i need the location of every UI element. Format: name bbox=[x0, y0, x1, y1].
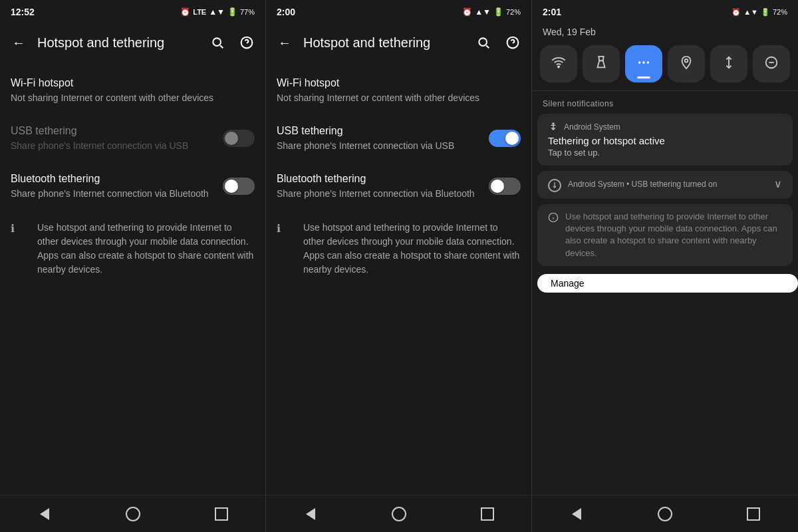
usb-tethering-title-2: USB tethering bbox=[277, 124, 483, 138]
back-button-2[interactable]: ← bbox=[271, 29, 298, 56]
status-time-2: 2:00 bbox=[277, 7, 295, 17]
notif-usb-symbol-icon bbox=[548, 122, 559, 132]
help-icon-2[interactable] bbox=[499, 29, 526, 56]
usb-notif-content: Android System • USB tethering turned on… bbox=[568, 178, 782, 192]
battery-icon-2: 🔋 bbox=[493, 7, 503, 17]
qs-data-tile[interactable] bbox=[710, 45, 747, 82]
notif-divider-1 bbox=[532, 90, 798, 91]
status-bar-1: 12:52 ⏰ LTE ▲▼ 🔋 77% bbox=[0, 0, 265, 24]
panel-2: 2:00 ⏰ ▲▼ 🔋 72% ← Hotspot and tethering bbox=[266, 0, 532, 532]
notif-status-bar: 2:01 ⏰ ▲▼ 🔋 72% bbox=[532, 0, 798, 24]
nav-home-notif[interactable] bbox=[652, 501, 678, 527]
notif-info-section: Use hotspot and tethering to provide Int… bbox=[537, 204, 793, 266]
usb-tethering-notif-card[interactable]: Android System • USB tethering turned on… bbox=[537, 171, 793, 199]
wifi-hotspot-item-1[interactable]: Wi-Fi hotspot Not sharing Internet or co… bbox=[0, 66, 265, 114]
bluetooth-toggle-wrap-2 bbox=[489, 178, 521, 195]
usb-tethering-item-2[interactable]: USB tethering Share phone's Internet con… bbox=[266, 114, 531, 162]
notif-body-1: Tap to set up. bbox=[548, 148, 782, 158]
nav-home-1[interactable] bbox=[120, 501, 146, 527]
wifi-hotspot-title-2: Wi-Fi hotspot bbox=[277, 76, 483, 90]
usb-toggle-wrap-1 bbox=[223, 130, 255, 147]
bluetooth-tethering-subtitle-1: Share phone's Internet connection via Bl… bbox=[11, 188, 217, 201]
bluetooth-toggle-thumb-2 bbox=[491, 180, 504, 193]
wifi-hotspot-subtitle-1: Not sharing Internet or content with oth… bbox=[11, 92, 217, 105]
notif-date: Wed, 19 Feb bbox=[532, 24, 798, 43]
app-bar-title-2: Hotspot and tethering bbox=[303, 35, 465, 51]
status-time-1: 12:52 bbox=[11, 7, 35, 17]
notif-info-circle-icon bbox=[548, 212, 559, 259]
back-button-1[interactable]: ← bbox=[5, 29, 32, 56]
nav-recents-1[interactable] bbox=[208, 501, 235, 527]
silent-notif-label: Silent notifications bbox=[532, 96, 798, 114]
wifi-qs-icon bbox=[551, 55, 566, 73]
qs-location-tile[interactable] bbox=[668, 45, 705, 82]
usb-toggle-thumb-2 bbox=[505, 132, 519, 145]
notif-signal-icon: ▲▼ bbox=[743, 8, 758, 16]
bluetooth-tethering-item-1[interactable]: Bluetooth tethering Share phone's Intern… bbox=[0, 162, 265, 210]
manage-button[interactable]: Manage bbox=[537, 274, 798, 293]
svg-point-4 bbox=[479, 38, 487, 46]
usb-notif-expand-icon[interactable]: ∨ bbox=[774, 178, 782, 190]
settings-list-2: Wi-Fi hotspot Not sharing Internet or co… bbox=[266, 61, 531, 495]
flashlight-qs-icon bbox=[594, 55, 608, 73]
svg-point-8 bbox=[558, 66, 559, 67]
nav-recents-notif[interactable] bbox=[740, 501, 767, 527]
usb-tethering-subtitle-1: Share phone's Internet connection via US… bbox=[11, 140, 217, 153]
nav-back-2[interactable] bbox=[297, 501, 324, 527]
search-icon-2[interactable] bbox=[470, 29, 497, 56]
app-bar-1: ← Hotspot and tethering bbox=[0, 24, 265, 61]
notif-card-header: Android System bbox=[548, 122, 782, 132]
bluetooth-toggle-2[interactable] bbox=[489, 178, 521, 195]
qs-wifi-tile[interactable] bbox=[540, 45, 577, 82]
svg-point-9 bbox=[638, 61, 641, 64]
data-qs-icon bbox=[722, 55, 736, 73]
panel-1: 12:52 ⏰ LTE ▲▼ 🔋 77% ← Hotspot and tethe… bbox=[0, 0, 266, 532]
nav-home-2[interactable] bbox=[386, 501, 412, 527]
battery-pct-2: 72% bbox=[506, 8, 521, 16]
bluetooth-toggle-thumb-1 bbox=[225, 180, 238, 193]
usb-tethering-item-1: USB tethering Share phone's Internet con… bbox=[0, 114, 265, 162]
notif-alarm-icon: ⏰ bbox=[732, 8, 741, 17]
nav-bar-2 bbox=[266, 495, 531, 532]
settings-list-1: Wi-Fi hotspot Not sharing Internet or co… bbox=[0, 61, 265, 495]
bluetooth-toggle-wrap-1 bbox=[223, 178, 255, 195]
app-bar-title-1: Hotspot and tethering bbox=[37, 35, 199, 51]
nav-recents-2[interactable] bbox=[474, 501, 501, 527]
wifi-hotspot-item-2[interactable]: Wi-Fi hotspot Not sharing Internet or co… bbox=[266, 66, 531, 114]
help-icon-1[interactable] bbox=[233, 29, 260, 56]
wifi-hotspot-title-1: Wi-Fi hotspot bbox=[11, 76, 217, 90]
usb-notif-header: Android System • USB tethering turned on… bbox=[568, 178, 782, 190]
notif-app-name-1: Android System bbox=[564, 122, 782, 132]
wifi-hotspot-subtitle-2: Not sharing Internet or content with oth… bbox=[277, 92, 483, 105]
bluetooth-toggle-1[interactable] bbox=[223, 178, 255, 195]
signal-icon-2: ▲▼ bbox=[475, 7, 491, 17]
usb-toggle-wrap-2 bbox=[489, 130, 521, 147]
nav-bar-1 bbox=[0, 495, 265, 532]
notif-icons: ⏰ ▲▼ 🔋 72% bbox=[732, 8, 787, 17]
more-qs-icon bbox=[636, 55, 651, 73]
notification-panel: 2:01 ⏰ ▲▼ 🔋 72% Wed, 19 Feb bbox=[532, 0, 798, 532]
battery-icon-1: 🔋 bbox=[227, 7, 237, 17]
qs-flashlight-tile[interactable] bbox=[583, 45, 620, 82]
nav-back-notif[interactable] bbox=[563, 501, 590, 527]
svg-line-1 bbox=[220, 45, 223, 48]
qs-more-tile[interactable] bbox=[625, 45, 662, 82]
usb-toggle-2[interactable] bbox=[489, 130, 521, 147]
bluetooth-tethering-item-2[interactable]: Bluetooth tethering Share phone's Intern… bbox=[266, 162, 531, 210]
svg-point-0 bbox=[213, 38, 221, 46]
info-section-2: ℹ Use hotspot and tethering to provide I… bbox=[266, 210, 531, 287]
app-bar-2: ← Hotspot and tethering bbox=[266, 24, 531, 61]
search-icon-1[interactable] bbox=[204, 29, 231, 56]
qs-dnd-tile[interactable] bbox=[753, 45, 790, 82]
info-text-1: Use hotspot and tethering to provide Int… bbox=[37, 222, 253, 275]
usb-toggle-1 bbox=[223, 130, 255, 147]
tethering-notif-card[interactable]: Android System Tethering or hotspot acti… bbox=[537, 114, 793, 166]
status-icons-2: ⏰ ▲▼ 🔋 72% bbox=[462, 7, 521, 17]
lte-icon-1: LTE bbox=[193, 8, 206, 16]
nav-back-1[interactable] bbox=[31, 501, 58, 527]
info-icon-1: ℹ bbox=[11, 221, 15, 237]
usb-toggle-thumb-1 bbox=[225, 132, 238, 145]
battery-pct-1: 77% bbox=[240, 8, 255, 16]
alarm-icon-1: ⏰ bbox=[180, 7, 190, 17]
bluetooth-tethering-subtitle-2: Share phone's Internet connection via Bl… bbox=[277, 188, 483, 201]
